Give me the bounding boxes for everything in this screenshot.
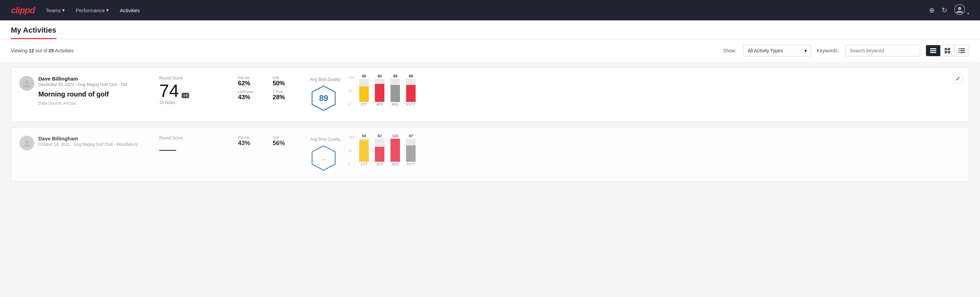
view-list-detail-button[interactable] xyxy=(955,45,969,56)
bar-ott: 94 OTT xyxy=(359,134,369,166)
activity-type-select[interactable]: All Activity Types ▾ xyxy=(743,45,811,56)
card-info: Dave Billingham December 05, 2021 - Gog … xyxy=(38,76,127,106)
card-stats: Round Score 74 +4 18 Holes xyxy=(159,76,227,105)
bar-chart-container: 100 50 0 94 OTT 82 xyxy=(348,136,444,173)
quality-label-block: Avg Shot Quality ... xyxy=(310,137,340,172)
card-title: Morning round of golf xyxy=(38,90,127,98)
round-score-label: Round Score xyxy=(159,136,227,141)
navbar: clippd Teams ▾ Performance ▾ Activities … xyxy=(0,0,980,21)
add-icon[interactable]: ⊕ xyxy=(929,6,935,14)
card-author: Dave Billingham xyxy=(38,76,127,81)
svg-rect-10 xyxy=(960,48,965,49)
bar-arg: 89 ARG xyxy=(390,74,400,106)
score-row: 74 +4 xyxy=(159,82,227,99)
avatar xyxy=(19,136,34,150)
svg-rect-12 xyxy=(960,50,965,51)
score-dash xyxy=(159,150,176,151)
card-left: Dave Billingham October 16, 2021 - Gog M… xyxy=(19,136,148,150)
stats-grid: FW Hit 62% GIR 50% Up/Down 43% 1 Putt 28… xyxy=(238,76,299,101)
bar-putt: 87 PUTT xyxy=(406,134,416,166)
one-putt: 1 Putt 28% xyxy=(273,90,299,101)
svg-point-15 xyxy=(25,80,29,84)
user-menu[interactable]: ▾ xyxy=(954,4,969,17)
svg-rect-11 xyxy=(959,50,959,51)
bar-app: 82 APP xyxy=(375,134,384,166)
quality-label: Avg Shot Quality xyxy=(310,77,340,82)
logo[interactable]: clippd xyxy=(11,5,35,16)
card-date: October 16, 2021 - Gog Magog Golf Club -… xyxy=(38,142,138,147)
gir: GIR 50% xyxy=(273,76,299,87)
refresh-icon[interactable]: ↻ xyxy=(942,6,947,14)
bar-putt: 89 PUTT xyxy=(406,74,416,106)
stats-grid: FW Hit 43% GIR 56% xyxy=(238,136,299,147)
round-score-label: Round Score xyxy=(159,76,227,81)
y-axis: 100 50 0 xyxy=(348,76,354,106)
svg-rect-3 xyxy=(930,50,936,51)
svg-rect-2 xyxy=(930,48,936,49)
search-input[interactable] xyxy=(846,45,920,56)
view-toggles xyxy=(926,45,969,56)
bars: 85 OTT 90 APP xyxy=(348,76,444,106)
gir: GIR 56% xyxy=(273,136,299,147)
score-badge: +4 xyxy=(182,93,189,98)
svg-rect-4 xyxy=(930,52,936,53)
bar-arg: 106 ARG xyxy=(390,134,400,166)
fw-hit: FW Hit 62% xyxy=(238,76,264,87)
hexagon-number: ... xyxy=(321,155,326,162)
bar-chart-container: 100 50 0 85 OTT 90 xyxy=(348,76,444,113)
hexagon-number: 89 xyxy=(319,93,328,103)
svg-point-1 xyxy=(958,7,961,10)
card-author: Dave Billingham xyxy=(38,136,138,141)
bar-app: 90 APP xyxy=(375,74,384,106)
svg-rect-9 xyxy=(959,48,959,49)
hexagon: ... xyxy=(310,144,337,172)
nav-right: ⊕ ↻ ▾ xyxy=(929,4,969,17)
page-header: My Activities xyxy=(0,21,980,40)
keywords-label: Keywords: xyxy=(817,48,839,53)
hexagon: 89 xyxy=(310,85,337,112)
svg-rect-6 xyxy=(948,48,950,50)
y-axis: 100 50 0 xyxy=(348,136,354,166)
svg-rect-14 xyxy=(960,52,965,53)
svg-rect-13 xyxy=(959,52,959,53)
updown: Up/Down 43% xyxy=(238,90,264,101)
avatar xyxy=(19,76,34,91)
svg-rect-8 xyxy=(948,51,950,53)
quality-section: Avg Shot Quality ... 100 50 0 94 xyxy=(310,136,961,173)
nav-activities[interactable]: Activities xyxy=(120,6,140,14)
nav-performance[interactable]: Performance ▾ xyxy=(76,6,109,14)
holes-count: 18 Holes xyxy=(159,100,227,105)
edit-button[interactable] xyxy=(953,73,963,84)
viewing-text: Viewing 12 out of 29 Activities xyxy=(11,48,718,53)
page-title: My Activities xyxy=(11,26,56,39)
svg-rect-7 xyxy=(945,51,947,53)
fw-hit: FW Hit 43% xyxy=(238,136,264,147)
bars: 94 OTT 82 APP 106 xyxy=(348,136,444,166)
card-info: Dave Billingham October 16, 2021 - Gog M… xyxy=(38,136,138,147)
svg-point-18 xyxy=(25,140,29,144)
filter-bar: Viewing 12 out of 29 Activities Show: Al… xyxy=(0,40,980,62)
quality-section: Avg Shot Quality 89 100 50 0 xyxy=(310,76,961,113)
view-grid-button[interactable] xyxy=(940,45,955,56)
card-left: Dave Billingham December 05, 2021 - Gog … xyxy=(19,76,148,106)
quality-label-block: Avg Shot Quality 89 xyxy=(310,77,340,112)
round-score: 74 xyxy=(159,82,179,99)
card-datasource: Data Source: Arccos xyxy=(38,101,127,106)
nav-teams[interactable]: Teams ▾ xyxy=(46,6,65,14)
svg-rect-5 xyxy=(945,48,947,50)
activity-card: Dave Billingham December 05, 2021 - Gog … xyxy=(11,67,969,121)
view-list-compact-button[interactable] xyxy=(926,45,940,56)
show-label: Show: xyxy=(723,48,737,53)
card-date: December 05, 2021 - Gog Magog Golf Club … xyxy=(38,82,127,87)
content: Dave Billingham December 05, 2021 - Gog … xyxy=(0,67,980,198)
bar-ott: 85 OTT xyxy=(359,74,369,106)
activity-card: Dave Billingham October 16, 2021 - Gog M… xyxy=(11,127,969,182)
quality-label: Avg Shot Quality xyxy=(310,137,340,142)
card-stats: Round Score xyxy=(159,136,227,159)
